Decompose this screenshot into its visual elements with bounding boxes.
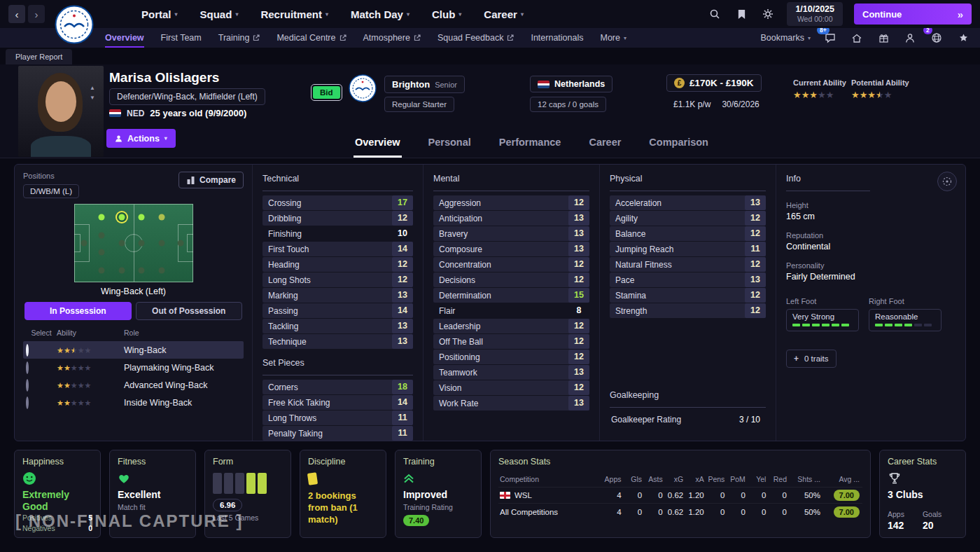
subnav-squad-feedback[interactable]: Squad Feedback <box>438 28 514 48</box>
season-stat-value: 4 <box>603 491 624 499</box>
star-icon: ★ <box>57 381 64 389</box>
star-icon: ★ <box>809 90 818 100</box>
role-radio[interactable] <box>26 361 29 374</box>
attribute-name: Passing <box>268 306 298 316</box>
awards-icon[interactable] <box>956 31 970 45</box>
subnav-atmosphere[interactable]: Atmosphere <box>363 28 421 48</box>
continue-button[interactable]: Continue » <box>854 4 972 25</box>
role-radio[interactable] <box>26 396 29 409</box>
bid-button[interactable]: Bid <box>313 86 340 99</box>
social-icon[interactable]: 8+ <box>823 31 837 45</box>
next-player-button[interactable]: ▼ <box>90 95 95 101</box>
national-team-box[interactable]: Netherlands <box>530 76 612 92</box>
squad-status-box[interactable]: Regular Starter <box>384 97 454 112</box>
tab-performance[interactable]: Performance <box>498 128 563 158</box>
england-flag-icon <box>500 492 510 499</box>
attribute-row: Agility12 <box>610 211 766 226</box>
subnav-overview[interactable]: Overview <box>105 28 144 48</box>
subnav-medical-centre[interactable]: Medical Centre <box>276 28 346 48</box>
goalkeeper-rating-value: 3 / 10 <box>739 415 760 425</box>
chevron-down-icon: ▾ <box>164 135 167 142</box>
positives-count: 5 <box>88 513 92 524</box>
menu-career[interactable]: Career▾ <box>484 8 524 20</box>
menu-squad[interactable]: Squad▾ <box>200 8 239 20</box>
competition-name[interactable]: All Competitions <box>498 508 603 516</box>
training-panel[interactable]: Training Improved Training Rating 7.40 <box>395 450 482 538</box>
role-row[interactable]: ★★★★★Wing-Back <box>23 341 244 359</box>
previous-player-button[interactable]: ▲ <box>90 85 95 91</box>
caps-goals-box: 12 caps / 0 goals <box>530 97 606 112</box>
gear-icon[interactable] <box>760 6 776 22</box>
game-time: Wed 00:00 <box>795 15 834 24</box>
discipline-panel[interactable]: Discipline 2 bookings from ban (1 match) <box>300 450 386 538</box>
role-radio[interactable] <box>26 379 29 392</box>
bookmark-icon[interactable] <box>734 6 749 22</box>
gift-icon[interactable] <box>876 31 890 45</box>
transfer-value-box[interactable]: £ £170K - £190K <box>666 74 762 92</box>
panel-title: Discipline <box>308 457 378 467</box>
contract-expiry-date: 30/6/2026 <box>722 99 759 109</box>
competition-name[interactable]: WSL <box>498 491 603 499</box>
fitness-panel[interactable]: Fitness Excellent Match fit <box>109 450 196 538</box>
game-date-button[interactable]: 1/10/2025 Wed 00:00 <box>787 2 843 27</box>
page-tab-player-report[interactable]: Player Report <box>6 49 72 64</box>
role-row[interactable]: ★★★★★Playmaking Wing-Back <box>23 359 244 376</box>
subnav-training[interactable]: Training <box>218 28 260 48</box>
out-of-possession-tab[interactable]: Out of Possession <box>136 302 243 320</box>
tab-comparison[interactable]: Comparison <box>648 128 710 158</box>
star-icon: ★ <box>64 346 71 354</box>
forward-button[interactable]: › <box>28 5 45 23</box>
subnav-right-cluster: Bookmarks▾ 8+ 2 <box>760 31 970 45</box>
traits-button[interactable]: + 0 traits <box>786 350 836 368</box>
season-stat-value: 50% <box>790 491 823 499</box>
attribute-name: Aggression <box>439 198 481 208</box>
position-dot-none <box>158 267 164 273</box>
in-possession-tab[interactable]: In Possession <box>24 302 132 320</box>
club-status-box[interactable]: Brighton Senior <box>384 76 465 93</box>
panel-settings-icon[interactable] <box>937 172 957 191</box>
form-panel[interactable]: Form 6.96 Last 5 Games <box>204 450 291 538</box>
role-row[interactable]: ★★★★★Inside Wing-Back <box>23 394 244 411</box>
tab-career[interactable]: Career <box>587 128 622 158</box>
compare-button[interactable]: Compare <box>178 172 244 188</box>
bookmarks-dropdown[interactable]: Bookmarks▾ <box>760 33 811 43</box>
season-stat-value: 0 <box>748 508 769 516</box>
star-icon: ★ <box>57 399 64 407</box>
contract-row: £1.1K p/w 30/6/2026 <box>673 99 760 109</box>
tab-personal[interactable]: Personal <box>427 128 472 158</box>
subnav-first-team[interactable]: First Team <box>161 28 202 48</box>
role-ability-stars: ★★★★★ <box>57 363 124 373</box>
role-radio[interactable] <box>26 344 29 357</box>
globe-icon[interactable]: 2 <box>930 31 944 45</box>
chevron-down-icon: ▾ <box>521 11 524 18</box>
menu-portal[interactable]: Portal▾ <box>141 8 178 20</box>
career-stats-panel[interactable]: Career Stats 3 Clubs Apps 142 Goals 20 <box>879 450 966 538</box>
menu-recruitment[interactable]: Recruitment▾ <box>260 8 328 20</box>
subnav-internationals[interactable]: Internationals <box>531 28 583 48</box>
home-icon[interactable] <box>850 31 864 45</box>
actions-button[interactable]: Actions ▾ <box>106 129 176 148</box>
star-icon: ★ <box>71 381 78 389</box>
brighton-club-badge[interactable] <box>349 74 377 102</box>
attribute-name: Penalty Taking <box>268 429 323 439</box>
apps-label: Apps <box>888 510 904 518</box>
happiness-status: Extremely Good <box>22 489 92 513</box>
tab-overview[interactable]: Overview <box>354 128 402 158</box>
staff-icon[interactable] <box>903 31 917 45</box>
menu-club[interactable]: Club▾ <box>432 8 461 20</box>
foot-strength-segment <box>792 324 800 326</box>
attribute-name: Tackling <box>268 322 298 331</box>
attribute-row: Tackling13 <box>262 319 413 333</box>
back-button[interactable]: ‹ <box>8 5 25 23</box>
menu-match-day[interactable]: Match Day▾ <box>351 8 410 20</box>
role-row[interactable]: ★★★★★Advanced Wing-Back <box>23 376 244 394</box>
search-icon[interactable] <box>707 6 722 22</box>
fitness-status: Excellent <box>118 489 188 501</box>
attribute-value: 18 <box>392 380 413 394</box>
chevron-down-icon: ▾ <box>624 35 626 41</box>
season-stat-value: 0 <box>624 491 645 499</box>
happiness-panel[interactable]: Happiness Extremely Good Positives 5 Neg… <box>14 450 101 538</box>
club-crest-logo[interactable] <box>55 5 94 44</box>
season-stats-panel[interactable]: Season Stats CompetitionAppsGlsAstsxGxAP… <box>490 450 871 538</box>
subnav-more[interactable]: More▾ <box>600 28 626 48</box>
